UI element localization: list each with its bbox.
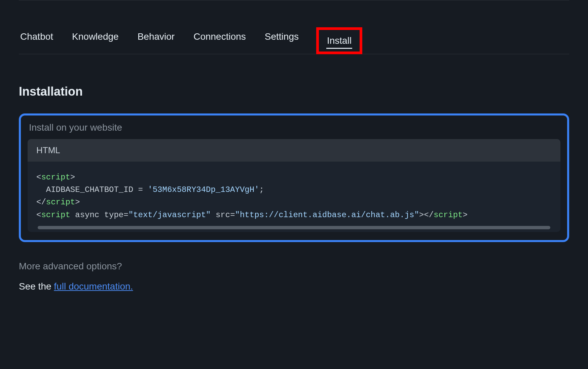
code-block-header: HTML xyxy=(28,139,560,162)
tab-install[interactable]: Install xyxy=(316,27,362,54)
page-title: Installation xyxy=(19,85,569,99)
code-val-src: "https://client.aidbase.ai/chat.ab.js" xyxy=(235,210,419,220)
code-attr-src: src xyxy=(216,210,230,220)
see-docs: See the full documentation. xyxy=(19,281,569,292)
tab-chatbot[interactable]: Chatbot xyxy=(19,31,54,50)
install-card-title: Install on your website xyxy=(28,122,560,133)
code-val-type: "text/javascript" xyxy=(128,210,211,220)
code-block: HTML <script> AIDBASE_CHATBOT_ID = '53M6… xyxy=(28,139,560,232)
install-card: Install on your website HTML <script> AI… xyxy=(19,113,569,242)
tab-knowledge[interactable]: Knowledge xyxy=(71,31,120,50)
code-tag-script2-open: script xyxy=(41,210,70,220)
code-var-name: AIDBASE_CHATBOT_ID xyxy=(46,185,133,194)
code-block-body[interactable]: <script> AIDBASE_CHATBOT_ID = '53M6x58RY… xyxy=(28,162,560,232)
code-attr-type: type xyxy=(104,210,124,220)
tab-behavior[interactable]: Behavior xyxy=(136,31,176,50)
tab-connections[interactable]: Connections xyxy=(192,31,247,50)
full-documentation-link[interactable]: full documentation. xyxy=(54,281,133,292)
code-attr-async: async xyxy=(75,210,99,220)
code-tag-script2-close: script xyxy=(434,210,463,220)
code-tag-script-open: script xyxy=(41,173,70,182)
tab-settings[interactable]: Settings xyxy=(263,31,300,50)
code-chatbot-id: '53M6x58RY34Dp_13AYVgH' xyxy=(148,185,259,194)
tab-bar: Chatbot Knowledge Behavior Connections S… xyxy=(19,27,569,54)
code-tag-script-close: script xyxy=(46,198,75,207)
more-options-text: More advanced options? xyxy=(19,261,569,272)
see-docs-prefix: See the xyxy=(19,281,54,292)
top-divider xyxy=(19,0,569,0)
code-scrollbar[interactable] xyxy=(38,226,550,229)
